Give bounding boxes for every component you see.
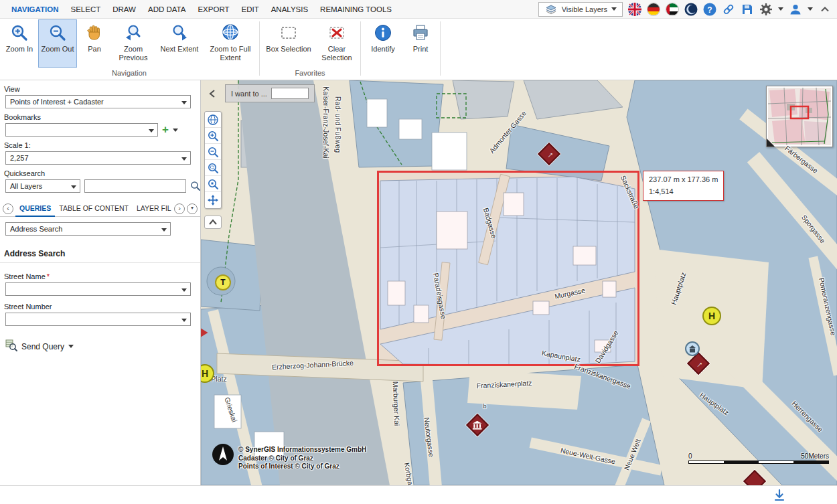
street-label: Franziskanergasse	[573, 362, 631, 390]
street-label: Hauptplatz	[670, 271, 688, 305]
street-number-field[interactable]	[5, 313, 191, 326]
chevron-down-icon	[161, 228, 167, 232]
map-marker-building-circle[interactable]	[685, 341, 700, 356]
box-selection-button[interactable]: Box Selection	[262, 19, 315, 68]
map-marker-transit-circle[interactable]: T	[215, 274, 231, 290]
zoom-in-button[interactable]: Zoom In	[2, 19, 37, 68]
dark-mode-moon-icon[interactable]	[684, 3, 698, 16]
language-german-flag-icon[interactable]	[647, 3, 660, 16]
ribbon-toolbar: Zoom In Zoom Out Pan Zoom Previous Next …	[0, 19, 837, 80]
tab-table-of-content[interactable]: TABLE OF CONTENT	[55, 201, 133, 217]
pan-button[interactable]: Pan	[78, 19, 110, 68]
tab-overflow-button[interactable]	[187, 203, 198, 214]
next-extent-button[interactable]: Next Extent	[156, 19, 203, 68]
button-label: Box Selection	[266, 45, 311, 54]
button-label: Pan	[88, 45, 101, 54]
menu-item-edit[interactable]: EDIT	[236, 0, 265, 19]
chevron-down-icon	[181, 288, 187, 292]
letter-badge-icon: T	[215, 274, 231, 290]
menu-item-analysis[interactable]: ANALYSIS	[265, 0, 314, 19]
menubar-items: NAVIGATIONSELECTDRAWADD DATAEXPORTEDITAN…	[5, 0, 398, 18]
add-bookmark-button[interactable]: +	[158, 123, 173, 137]
street-label: Paradeisgasse	[432, 272, 448, 319]
button-label: Zoom In	[6, 45, 33, 54]
zoom-previous-icon	[123, 23, 143, 43]
collapse-ribbon-chevron-icon[interactable]	[818, 3, 832, 16]
street-label: Murgasse	[554, 286, 586, 300]
menu-item-export[interactable]: EXPORT	[192, 0, 235, 19]
zoom-full-extent-button[interactable]: Zoom to Full Extent	[204, 19, 256, 68]
menu-item-add-data[interactable]: ADD DATA	[142, 0, 192, 19]
scale-select[interactable]: 2,257	[5, 151, 191, 165]
globe-extent-icon	[220, 23, 240, 43]
box-selection-icon	[279, 23, 299, 43]
query-selector-value: Address Search	[10, 225, 62, 233]
visible-layers-button[interactable]: Visible Layers	[538, 2, 623, 17]
language-arabic-flag-icon[interactable]	[666, 3, 679, 16]
map-marker-museum-diamond[interactable]	[469, 417, 485, 433]
street-label: Kaiser-Franz-Josef-Kai	[322, 86, 330, 158]
bookmarks-select[interactable]	[5, 123, 158, 137]
letter-badge-icon: H	[702, 307, 721, 325]
ribbon-group-tools: Identify Print	[363, 19, 438, 80]
map-overlay: Kaiser-Franz-Josef-KaiRad- und FußwegAdm…	[201, 80, 837, 485]
required-marker: *	[47, 272, 50, 280]
quicksearch-layer-select[interactable]: All Layers	[5, 179, 80, 193]
map-marker-arrow-diamond[interactable]: →	[541, 146, 557, 162]
map-marker-poi-circle[interactable]: H	[201, 364, 214, 383]
diamond-icon	[743, 470, 766, 485]
quicksearch-input[interactable]	[84, 179, 186, 193]
user-account-icon[interactable]	[789, 3, 802, 16]
street-label: Sackstraße	[619, 174, 641, 209]
zoom-previous-button[interactable]: Zoom Previous	[112, 19, 155, 68]
save-icon[interactable]	[741, 3, 754, 16]
ribbon-group-favorites: Box Selection Clear Selection Favorites	[262, 19, 358, 80]
print-button[interactable]: Print	[404, 19, 437, 68]
identify-info-icon	[373, 23, 393, 43]
street-label: Neue Welt	[622, 438, 641, 471]
map-canvas[interactable]: 237.07 m x 177.36 m 1:4,514 I want to ..…	[201, 80, 837, 485]
left-panel: View Points of Interest + Cadaster Bookm…	[0, 80, 201, 485]
query-selector[interactable]: Address Search	[5, 222, 171, 236]
settings-chevron-icon[interactable]	[778, 7, 783, 11]
street-label: Davidgasse	[593, 329, 619, 365]
zoom-out-button[interactable]: Zoom Out	[38, 19, 77, 68]
street-label: Pomeranzengasse	[818, 277, 837, 336]
tab-scroll-left-button[interactable]	[3, 203, 13, 214]
quicksearch-search-button[interactable]	[190, 179, 201, 193]
street-label: Marburger Kai	[392, 382, 401, 426]
bookmark-options-chevron-icon[interactable]	[173, 129, 178, 132]
menu-item-select[interactable]: SELECT	[65, 0, 107, 19]
identify-button[interactable]: Identify	[364, 19, 402, 68]
help-icon[interactable]: ?	[703, 3, 716, 16]
ribbon-group-label-navigation: Navigation	[1, 68, 257, 79]
map-marker-poi-circle[interactable]: H	[702, 307, 721, 325]
send-query-button[interactable]: Send Query	[5, 339, 74, 353]
view-select[interactable]: Points of Interest + Cadaster	[5, 95, 191, 108]
building-icon	[685, 341, 700, 356]
language-english-flag-icon[interactable]	[628, 3, 641, 16]
clear-selection-button[interactable]: Clear Selection	[316, 19, 358, 68]
menu-item-navigation[interactable]: NAVIGATION	[5, 0, 65, 19]
send-query-chevron-icon[interactable]	[68, 345, 74, 348]
menu-item-draw[interactable]: DRAW	[106, 0, 142, 19]
ribbon-separator	[440, 21, 441, 76]
view-label: View	[4, 85, 200, 93]
tab-scroll-right-button[interactable]	[174, 203, 185, 214]
map-marker-plain-diamond[interactable]	[747, 473, 763, 485]
user-chevron-icon[interactable]	[808, 7, 813, 11]
settings-gear-icon[interactable]	[759, 3, 773, 16]
button-label: Zoom Out	[42, 45, 74, 54]
map-marker-arrow-diamond[interactable]: →	[690, 355, 706, 371]
next-extent-icon	[169, 23, 189, 43]
chevron-down-icon	[611, 7, 617, 11]
map-marker-red-pointer[interactable]	[201, 327, 208, 338]
tab-queries[interactable]: QUERIES	[15, 201, 55, 217]
tab-layer-fil[interactable]: LAYER FIL	[133, 201, 172, 217]
download-icon[interactable]	[772, 488, 787, 503]
share-link-icon[interactable]	[722, 3, 735, 16]
street-label: b	[483, 403, 486, 410]
street-name-field[interactable]	[5, 282, 191, 296]
menu-item-remaining-tools[interactable]: REMAINING TOOLS	[314, 0, 398, 19]
ribbon-separator	[259, 21, 260, 76]
